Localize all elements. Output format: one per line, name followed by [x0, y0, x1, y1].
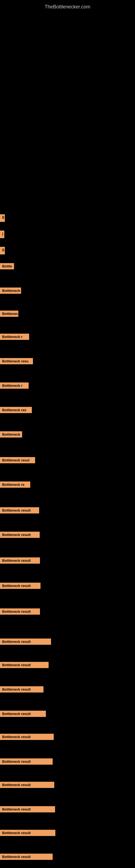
- bar-7: Bottleneck res: [0, 407, 32, 413]
- bar-20: Bottleneck result: [0, 734, 54, 740]
- label-e-2: E: [0, 247, 5, 254]
- bar-6: Bottleneck r: [0, 382, 29, 389]
- bar-11: Bottleneck result: [0, 507, 39, 514]
- bar-19: Bottleneck result: [0, 711, 46, 717]
- bar-3: Bottlenec: [0, 311, 18, 317]
- bar-8: Bottleneck: [0, 431, 22, 437]
- bar-1: Bottle: [0, 263, 14, 269]
- bar-25: Bottleneck result: [0, 854, 53, 860]
- bar-15: Bottleneck result: [0, 609, 40, 615]
- bar-22: Bottleneck result: [0, 782, 54, 788]
- bar-10: Bottleneck re: [0, 482, 30, 488]
- site-title: TheBottlenecker.com: [0, 1, 135, 12]
- bar-24: Bottleneck result: [0, 830, 55, 836]
- label-e-1: E: [0, 214, 5, 222]
- bar-14: Bottleneck result: [0, 583, 41, 589]
- bar-9: Bottleneck resul: [0, 457, 35, 463]
- bar-13: Bottleneck result: [0, 557, 40, 564]
- bar-17: Bottleneck result: [0, 662, 49, 668]
- bar-21: Bottleneck result: [0, 758, 53, 765]
- bar-16: Bottleneck result: [0, 639, 51, 645]
- bar-4: Bottleneck r: [0, 334, 29, 340]
- bar-5: Bottleneck resu: [0, 358, 33, 364]
- bar-2: Bottleneck: [0, 287, 21, 294]
- bar-18: Bottleneck result: [0, 686, 43, 692]
- bar-12: Bottleneck result: [0, 532, 40, 538]
- label-pipe: |: [0, 230, 4, 238]
- bar-23: Bottleneck result: [0, 806, 55, 812]
